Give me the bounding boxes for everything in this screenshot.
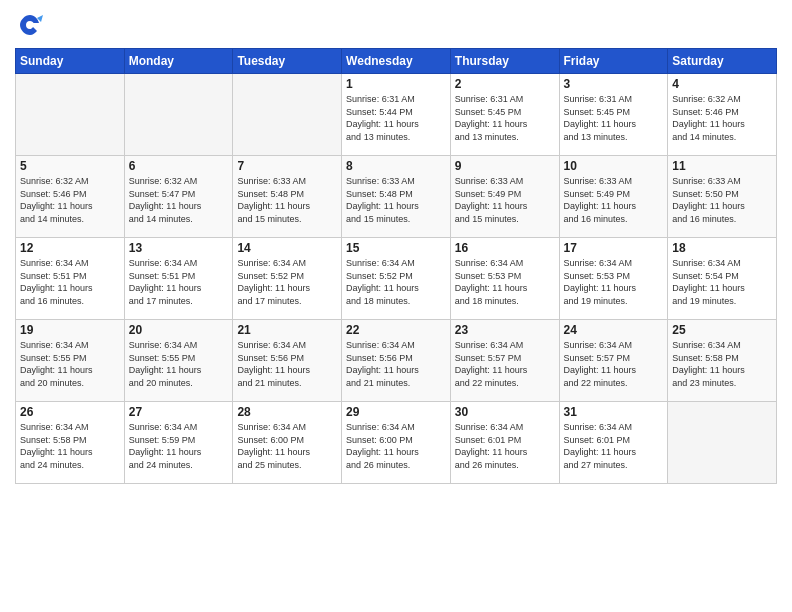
day-info: Sunrise: 6:32 AM Sunset: 5:46 PM Dayligh… xyxy=(20,175,120,225)
day-info: Sunrise: 6:31 AM Sunset: 5:45 PM Dayligh… xyxy=(455,93,555,143)
calendar-cell: 31Sunrise: 6:34 AM Sunset: 6:01 PM Dayli… xyxy=(559,402,668,484)
weekday-header: Sunday xyxy=(16,49,125,74)
calendar-week-row: 1Sunrise: 6:31 AM Sunset: 5:44 PM Daylig… xyxy=(16,74,777,156)
day-info: Sunrise: 6:34 AM Sunset: 5:53 PM Dayligh… xyxy=(455,257,555,307)
day-info: Sunrise: 6:34 AM Sunset: 6:01 PM Dayligh… xyxy=(455,421,555,471)
day-info: Sunrise: 6:33 AM Sunset: 5:49 PM Dayligh… xyxy=(564,175,664,225)
calendar-cell: 30Sunrise: 6:34 AM Sunset: 6:01 PM Dayli… xyxy=(450,402,559,484)
page: SundayMondayTuesdayWednesdayThursdayFrid… xyxy=(0,0,792,612)
calendar-cell: 15Sunrise: 6:34 AM Sunset: 5:52 PM Dayli… xyxy=(342,238,451,320)
day-number: 3 xyxy=(564,77,664,91)
logo xyxy=(15,10,49,40)
calendar-cell: 24Sunrise: 6:34 AM Sunset: 5:57 PM Dayli… xyxy=(559,320,668,402)
day-number: 25 xyxy=(672,323,772,337)
calendar-cell xyxy=(16,74,125,156)
calendar-cell: 20Sunrise: 6:34 AM Sunset: 5:55 PM Dayli… xyxy=(124,320,233,402)
weekday-header: Monday xyxy=(124,49,233,74)
day-info: Sunrise: 6:33 AM Sunset: 5:50 PM Dayligh… xyxy=(672,175,772,225)
day-number: 4 xyxy=(672,77,772,91)
day-number: 15 xyxy=(346,241,446,255)
header xyxy=(15,10,777,40)
calendar-week-row: 26Sunrise: 6:34 AM Sunset: 5:58 PM Dayli… xyxy=(16,402,777,484)
day-number: 5 xyxy=(20,159,120,173)
day-number: 1 xyxy=(346,77,446,91)
calendar-cell: 12Sunrise: 6:34 AM Sunset: 5:51 PM Dayli… xyxy=(16,238,125,320)
day-info: Sunrise: 6:34 AM Sunset: 5:58 PM Dayligh… xyxy=(20,421,120,471)
calendar-cell: 8Sunrise: 6:33 AM Sunset: 5:48 PM Daylig… xyxy=(342,156,451,238)
day-info: Sunrise: 6:31 AM Sunset: 5:45 PM Dayligh… xyxy=(564,93,664,143)
day-info: Sunrise: 6:34 AM Sunset: 5:56 PM Dayligh… xyxy=(346,339,446,389)
calendar-cell xyxy=(233,74,342,156)
day-number: 13 xyxy=(129,241,229,255)
day-info: Sunrise: 6:34 AM Sunset: 5:55 PM Dayligh… xyxy=(20,339,120,389)
day-number: 22 xyxy=(346,323,446,337)
calendar-cell: 23Sunrise: 6:34 AM Sunset: 5:57 PM Dayli… xyxy=(450,320,559,402)
calendar-cell: 17Sunrise: 6:34 AM Sunset: 5:53 PM Dayli… xyxy=(559,238,668,320)
day-info: Sunrise: 6:34 AM Sunset: 5:52 PM Dayligh… xyxy=(346,257,446,307)
day-info: Sunrise: 6:34 AM Sunset: 6:00 PM Dayligh… xyxy=(346,421,446,471)
day-info: Sunrise: 6:33 AM Sunset: 5:49 PM Dayligh… xyxy=(455,175,555,225)
weekday-header: Saturday xyxy=(668,49,777,74)
calendar-week-row: 12Sunrise: 6:34 AM Sunset: 5:51 PM Dayli… xyxy=(16,238,777,320)
day-number: 9 xyxy=(455,159,555,173)
day-info: Sunrise: 6:34 AM Sunset: 5:56 PM Dayligh… xyxy=(237,339,337,389)
day-number: 8 xyxy=(346,159,446,173)
day-info: Sunrise: 6:32 AM Sunset: 5:46 PM Dayligh… xyxy=(672,93,772,143)
day-info: Sunrise: 6:34 AM Sunset: 6:00 PM Dayligh… xyxy=(237,421,337,471)
calendar-cell: 4Sunrise: 6:32 AM Sunset: 5:46 PM Daylig… xyxy=(668,74,777,156)
calendar-cell xyxy=(124,74,233,156)
day-number: 28 xyxy=(237,405,337,419)
calendar: SundayMondayTuesdayWednesdayThursdayFrid… xyxy=(15,48,777,484)
calendar-cell: 9Sunrise: 6:33 AM Sunset: 5:49 PM Daylig… xyxy=(450,156,559,238)
calendar-cell: 26Sunrise: 6:34 AM Sunset: 5:58 PM Dayli… xyxy=(16,402,125,484)
calendar-cell: 5Sunrise: 6:32 AM Sunset: 5:46 PM Daylig… xyxy=(16,156,125,238)
day-number: 2 xyxy=(455,77,555,91)
weekday-header: Tuesday xyxy=(233,49,342,74)
calendar-cell: 22Sunrise: 6:34 AM Sunset: 5:56 PM Dayli… xyxy=(342,320,451,402)
calendar-cell: 13Sunrise: 6:34 AM Sunset: 5:51 PM Dayli… xyxy=(124,238,233,320)
day-number: 17 xyxy=(564,241,664,255)
calendar-cell: 16Sunrise: 6:34 AM Sunset: 5:53 PM Dayli… xyxy=(450,238,559,320)
calendar-cell: 14Sunrise: 6:34 AM Sunset: 5:52 PM Dayli… xyxy=(233,238,342,320)
day-info: Sunrise: 6:34 AM Sunset: 6:01 PM Dayligh… xyxy=(564,421,664,471)
day-info: Sunrise: 6:32 AM Sunset: 5:47 PM Dayligh… xyxy=(129,175,229,225)
day-info: Sunrise: 6:34 AM Sunset: 5:57 PM Dayligh… xyxy=(455,339,555,389)
calendar-cell: 11Sunrise: 6:33 AM Sunset: 5:50 PM Dayli… xyxy=(668,156,777,238)
day-number: 16 xyxy=(455,241,555,255)
calendar-cell: 29Sunrise: 6:34 AM Sunset: 6:00 PM Dayli… xyxy=(342,402,451,484)
weekday-header-row: SundayMondayTuesdayWednesdayThursdayFrid… xyxy=(16,49,777,74)
calendar-cell: 1Sunrise: 6:31 AM Sunset: 5:44 PM Daylig… xyxy=(342,74,451,156)
day-number: 23 xyxy=(455,323,555,337)
day-number: 21 xyxy=(237,323,337,337)
day-info: Sunrise: 6:34 AM Sunset: 5:51 PM Dayligh… xyxy=(129,257,229,307)
calendar-cell: 19Sunrise: 6:34 AM Sunset: 5:55 PM Dayli… xyxy=(16,320,125,402)
weekday-header: Wednesday xyxy=(342,49,451,74)
day-number: 24 xyxy=(564,323,664,337)
calendar-cell: 2Sunrise: 6:31 AM Sunset: 5:45 PM Daylig… xyxy=(450,74,559,156)
calendar-cell: 7Sunrise: 6:33 AM Sunset: 5:48 PM Daylig… xyxy=(233,156,342,238)
day-number: 29 xyxy=(346,405,446,419)
day-info: Sunrise: 6:34 AM Sunset: 5:53 PM Dayligh… xyxy=(564,257,664,307)
calendar-cell: 21Sunrise: 6:34 AM Sunset: 5:56 PM Dayli… xyxy=(233,320,342,402)
day-info: Sunrise: 6:33 AM Sunset: 5:48 PM Dayligh… xyxy=(346,175,446,225)
day-number: 7 xyxy=(237,159,337,173)
day-info: Sunrise: 6:34 AM Sunset: 5:51 PM Dayligh… xyxy=(20,257,120,307)
day-info: Sunrise: 6:34 AM Sunset: 5:54 PM Dayligh… xyxy=(672,257,772,307)
weekday-header: Thursday xyxy=(450,49,559,74)
day-info: Sunrise: 6:34 AM Sunset: 5:55 PM Dayligh… xyxy=(129,339,229,389)
day-info: Sunrise: 6:31 AM Sunset: 5:44 PM Dayligh… xyxy=(346,93,446,143)
day-info: Sunrise: 6:34 AM Sunset: 5:59 PM Dayligh… xyxy=(129,421,229,471)
day-number: 6 xyxy=(129,159,229,173)
calendar-cell: 28Sunrise: 6:34 AM Sunset: 6:00 PM Dayli… xyxy=(233,402,342,484)
day-info: Sunrise: 6:34 AM Sunset: 5:52 PM Dayligh… xyxy=(237,257,337,307)
calendar-cell: 27Sunrise: 6:34 AM Sunset: 5:59 PM Dayli… xyxy=(124,402,233,484)
day-number: 12 xyxy=(20,241,120,255)
calendar-cell: 10Sunrise: 6:33 AM Sunset: 5:49 PM Dayli… xyxy=(559,156,668,238)
calendar-week-row: 19Sunrise: 6:34 AM Sunset: 5:55 PM Dayli… xyxy=(16,320,777,402)
day-number: 19 xyxy=(20,323,120,337)
calendar-cell: 18Sunrise: 6:34 AM Sunset: 5:54 PM Dayli… xyxy=(668,238,777,320)
day-number: 11 xyxy=(672,159,772,173)
day-number: 18 xyxy=(672,241,772,255)
day-number: 20 xyxy=(129,323,229,337)
day-info: Sunrise: 6:33 AM Sunset: 5:48 PM Dayligh… xyxy=(237,175,337,225)
